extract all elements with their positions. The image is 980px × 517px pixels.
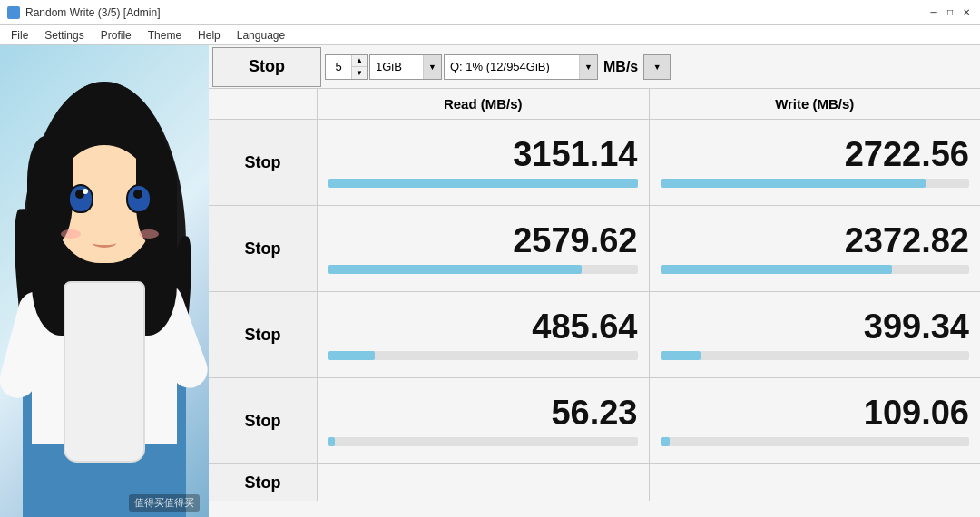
count-down-button[interactable]: ▼ <box>352 67 367 79</box>
col-header-read: Read (MB/s) <box>318 89 650 119</box>
stop-button-row-1[interactable]: Stop <box>209 206 318 291</box>
left-panel-image: 值得买值得买 <box>0 45 209 517</box>
write-cell-row-1: 2372.82 <box>650 206 981 291</box>
data-row: Stop 2579.62 2372.82 <box>209 206 980 292</box>
data-row: Stop 485.64 399.34 <box>209 292 980 378</box>
write-bar-container-row-3 <box>661 437 970 446</box>
read-cell-row-1: 2579.62 <box>318 206 650 291</box>
write-bar-row-0 <box>661 179 926 188</box>
write-cell-row-3: 109.06 <box>650 378 981 463</box>
blush-right <box>139 229 159 239</box>
write-value-row-2: 399.34 <box>661 309 970 344</box>
write-value-row-3: 109.06 <box>661 395 970 430</box>
size-dropdown[interactable]: 1GiB ▼ <box>369 54 442 80</box>
count-spinbox[interactable]: 5 ▲ ▼ <box>325 54 368 80</box>
read-value-row-1: 2579.62 <box>328 223 638 258</box>
read-value-row-3: 56.23 <box>328 395 638 430</box>
data-row: Stop 56.23 109.06 <box>209 378 980 464</box>
close-button[interactable]: ✕ <box>960 6 973 19</box>
read-value-row-0: 3151.14 <box>328 137 638 171</box>
read-bar-row-1 <box>328 265 582 274</box>
write-cell-row-4 <box>650 464 981 501</box>
col-header-empty <box>209 89 318 119</box>
right-panel: Stop 5 ▲ ▼ 1GiB ▼ Q: 1% (12/954GiB) ▼ <box>209 45 980 517</box>
write-bar-container-row-1 <box>661 265 970 274</box>
units-dropdown-arrow[interactable]: ▼ <box>644 55 670 79</box>
spinbox-arrows: ▲ ▼ <box>351 55 367 79</box>
mouth <box>93 239 116 248</box>
read-cell-row-2: 485.64 <box>318 292 650 377</box>
window-controls: ─ □ ✕ <box>927 6 973 19</box>
window-title: Random Write (3/5) [Admin] <box>25 6 161 19</box>
blush-left <box>61 229 81 239</box>
col-header-write: Write (MB/s) <box>650 89 981 119</box>
write-cell-row-0: 2722.56 <box>650 120 981 205</box>
stop-button-row-2[interactable]: Stop <box>209 292 318 377</box>
main-area: 值得买值得买 Stop 5 ▲ ▼ 1GiB ▼ Q: 1% (12/ <box>0 45 980 517</box>
queue-value: Q: 1% (12/954GiB) <box>445 60 579 73</box>
read-bar-row-3 <box>328 437 335 446</box>
column-headers: Read (MB/s) Write (MB/s) <box>209 89 980 120</box>
stop-button-row-0[interactable]: Stop <box>209 120 318 205</box>
anime-character <box>14 82 195 517</box>
read-cell-row-3: 56.23 <box>318 378 650 463</box>
read-cell-row-0: 3151.14 <box>318 120 650 205</box>
units-label: MB/s <box>600 59 642 75</box>
menu-settings[interactable]: Settings <box>37 27 91 44</box>
size-dropdown-arrow[interactable]: ▼ <box>423 55 441 79</box>
control-group: 5 ▲ ▼ 1GiB ▼ Q: 1% (12/954GiB) ▼ MB/s ▼ <box>325 54 976 80</box>
queue-dropdown[interactable]: Q: 1% (12/954GiB) ▼ <box>444 54 598 80</box>
menu-file[interactable]: File <box>4 27 35 44</box>
units-dropdown[interactable]: ▼ <box>643 54 671 80</box>
minimize-button[interactable]: ─ <box>927 6 940 19</box>
write-bar-row-2 <box>661 351 701 360</box>
count-up-button[interactable]: ▲ <box>352 55 367 68</box>
data-row: Stop <box>209 464 980 501</box>
read-cell-row-4 <box>318 464 650 501</box>
read-bar-row-0 <box>328 179 638 188</box>
title-bar: Random Write (3/5) [Admin] ─ □ ✕ <box>0 0 980 25</box>
size-value: 1GiB <box>370 60 423 73</box>
menu-help[interactable]: Help <box>191 27 228 44</box>
maximize-button[interactable]: □ <box>944 6 956 19</box>
data-rows-container: Stop 3151.14 2722.56 Stop 2579.62 <box>209 120 980 501</box>
read-bar-container-row-1 <box>328 265 638 274</box>
main-stop-button[interactable]: Stop <box>212 47 321 87</box>
read-value-row-2: 485.64 <box>328 309 638 344</box>
controls-row: Stop 5 ▲ ▼ 1GiB ▼ Q: 1% (12/954GiB) ▼ <box>209 45 980 89</box>
menu-language[interactable]: Language <box>230 27 292 44</box>
queue-dropdown-arrow[interactable]: ▼ <box>579 55 597 79</box>
write-value-row-1: 2372.82 <box>661 223 970 258</box>
write-bar-container-row-2 <box>661 351 970 360</box>
count-value[interactable]: 5 <box>326 60 351 73</box>
write-bar-container-row-0 <box>661 179 970 188</box>
read-bar-container-row-2 <box>328 351 638 360</box>
menu-bar: File Settings Profile Theme Help Languag… <box>0 25 980 45</box>
read-bar-row-2 <box>328 351 375 360</box>
menu-profile[interactable]: Profile <box>93 27 139 44</box>
write-value-row-0: 2722.56 <box>661 137 970 171</box>
stop-button-row-4[interactable]: Stop <box>209 464 318 501</box>
menu-theme[interactable]: Theme <box>141 27 189 44</box>
eye-right <box>126 184 152 213</box>
data-row: Stop 3151.14 2722.56 <box>209 120 980 206</box>
hair-bang-left <box>27 136 73 245</box>
write-bar-row-1 <box>661 265 892 274</box>
write-bar-row-3 <box>661 437 670 446</box>
read-bar-container-row-0 <box>328 179 638 188</box>
app-icon <box>7 6 20 19</box>
stop-button-row-3[interactable]: Stop <box>209 378 318 463</box>
eye-left <box>68 184 93 213</box>
apron <box>64 281 145 463</box>
write-cell-row-2: 399.34 <box>650 292 981 377</box>
read-bar-container-row-3 <box>328 437 638 446</box>
